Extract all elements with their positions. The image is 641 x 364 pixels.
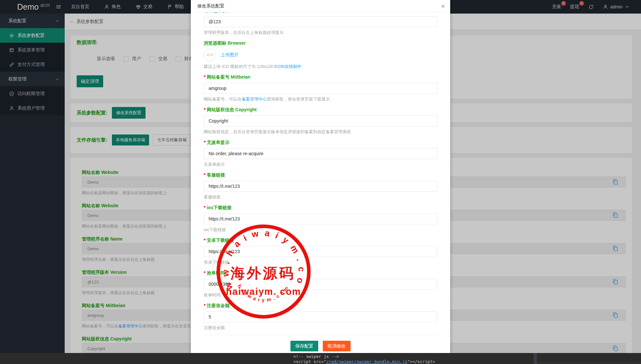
required-asterisk: *	[204, 74, 205, 80]
save-config-button[interactable]: 保存配置	[290, 341, 318, 351]
modal-field-3: *网站版权信息 CopyrightCopyright网站版权信息，在后台登录页面…	[204, 106, 437, 134]
field-label: *网站备案号 Miitbeian	[204, 74, 437, 80]
modal-field-7: *安卓下载链接https://t.me/123安卓下载链接	[204, 237, 437, 265]
devtools-code-text: <script src="	[293, 359, 326, 364]
cancel-edit-button[interactable]: 取消修改	[323, 341, 351, 351]
help-text: 管理程序版本，在后台左上角标题处理显示	[204, 30, 284, 35]
field-label: *客服链接	[204, 172, 437, 178]
field-label-text: 管理程序版本 Version	[204, 12, 248, 13]
dashed-separator	[204, 335, 437, 335]
help-link[interactable]: ICON在线制作	[274, 64, 301, 69]
field-label: *ios下载链接	[204, 204, 437, 211]
field-label-text: 客服链接	[207, 172, 225, 177]
help-text: ios下载链接	[204, 227, 226, 232]
modal-field-1: 浏览器图标 Browser404上传图片建议上传 ICO 图标的尺寸为 128x…	[204, 40, 437, 69]
field-label: *抢单时间	[204, 270, 437, 276]
field-input[interactable]: amgroup	[204, 83, 437, 94]
help-text: 无派单提示	[204, 162, 225, 167]
field-help: 管理程序版本，在后台左上角标题处理显示	[204, 30, 437, 35]
devtools-code-text: "></script>	[407, 359, 435, 364]
required-asterisk: *	[204, 238, 205, 243]
field-label: 浏览器图标 Browser	[204, 40, 437, 46]
modal-field-8: *抢单时间0000-2300抢单时间	[204, 270, 437, 298]
field-label-text: 安卓下载链接	[207, 238, 234, 243]
field-input[interactable]: @123	[204, 16, 437, 27]
devtools-html-source: <!-- swiper js --><script src="/red/swip…	[293, 354, 435, 364]
field-label-text: 抢单时间	[207, 270, 225, 275]
field-label: *安卓下载链接	[204, 237, 437, 243]
modal-body: 管理程序版本 Version@123管理程序版本，在后台左上角标题处理显示浏览器…	[191, 12, 450, 353]
field-help: 客服链接	[204, 194, 437, 200]
field-label-text: ios下载链接	[207, 205, 231, 210]
field-input[interactable]: https://t.me/123	[204, 246, 437, 257]
help-text: 网站备案号，可以在	[204, 97, 242, 102]
modal-header: 修改系统配置 ×	[191, 0, 450, 12]
field-label: 管理程序版本 Version	[204, 12, 437, 14]
modal-field-9: *注册送金额5注册送金额	[204, 302, 437, 330]
field-label: *无派单提示	[204, 139, 437, 145]
field-input[interactable]: No order, please re-acquire	[204, 148, 437, 159]
field-input[interactable]: 5	[204, 311, 437, 322]
help-text: 查询获取，将在登录页面下面显示	[267, 97, 330, 102]
field-label-text: 无派单提示	[207, 140, 229, 145]
modal-title: 修改系统配置	[197, 3, 224, 9]
help-link[interactable]: 备案管理中心	[242, 97, 267, 102]
field-label-text: 网站备案号 Miitbeian	[207, 74, 250, 80]
help-text: 注册送金额	[204, 325, 225, 330]
help-text: 抢单时间	[204, 293, 221, 297]
help-text: 建议上传 ICO 图标的尺寸为 128x128	[204, 64, 274, 69]
required-asterisk: *	[204, 270, 205, 275]
field-input[interactable]: 0000-2300	[204, 279, 437, 290]
modal-field-5: *客服链接https://t.me/123客服链接	[204, 172, 437, 200]
help-text: 安卓下载链接	[204, 260, 229, 265]
browser-icon-uploader: 404上传图片	[204, 49, 437, 61]
devtools-code-line-1: <script src="/red/swiper/swiper-bundle.m…	[293, 359, 435, 364]
required-asterisk: *	[204, 172, 205, 177]
required-asterisk: *	[204, 303, 205, 308]
modal-field-4: *无派单提示No order, please re-acquire无派单提示	[204, 139, 437, 167]
field-label-text: 网站版权信息 Copyright	[207, 107, 256, 112]
field-help: 抢单时间	[204, 292, 437, 298]
modal-field-2: *网站备案号 Miitbeianamgroup网站备案号，可以在备案管理中心查询…	[204, 74, 437, 102]
devtools-src-link[interactable]: /red/swiper/swiper-bundle.min.js	[326, 359, 407, 364]
image-404-placeholder: 404	[204, 49, 216, 61]
devtools-code-line-0: <!-- swiper js -->	[293, 354, 435, 359]
required-asterisk: *	[204, 205, 205, 210]
required-asterisk: *	[204, 140, 205, 145]
field-input[interactable]: https://t.me/123	[204, 181, 437, 192]
devtools-code-text: <!-- swiper js -->	[293, 354, 339, 359]
field-label-text: 注册送金额	[207, 303, 229, 308]
field-help: 注册送金额	[204, 325, 437, 330]
modal-buttons: 保存配置取消修改	[204, 341, 437, 351]
field-help: 网站版权信息，在后台登录页面显示版本信息并链接到备案到信息备案管理系统	[204, 129, 437, 134]
edit-system-config-modal: 修改系统配置 × 管理程序版本 Version@123管理程序版本，在后台左上角…	[191, 0, 450, 353]
required-asterisk: *	[204, 107, 205, 112]
help-text: 客服链接	[204, 195, 221, 199]
modal-field-6: *ios下载链接https://t.me/123ios下载链接	[204, 204, 437, 232]
admin-console-page: Demo@123 后台首页角色交易帮助 充值 0 提现 0 admin 系统配置…	[0, 0, 641, 364]
field-input[interactable]: Copyright	[204, 115, 437, 126]
field-help: ios下载链接	[204, 227, 437, 232]
field-help: 无派单提示	[204, 162, 437, 167]
devtools-divider[interactable]	[534, 353, 537, 364]
close-icon[interactable]: ×	[441, 3, 445, 9]
modal-field-0: 管理程序版本 Version@123管理程序版本，在后台左上角标题处理显示	[204, 12, 437, 35]
upload-image-link[interactable]: 上传图片	[221, 52, 239, 58]
devtools-strip: <!-- swiper js --><script src="/red/swip…	[0, 353, 641, 364]
field-help: 网站备案号，可以在备案管理中心查询获取，将在登录页面下面显示	[204, 96, 437, 102]
field-label: *网站版权信息 Copyright	[204, 106, 437, 113]
field-label-text: 浏览器图标 Browser	[204, 40, 246, 46]
field-help: 建议上传 ICO 图标的尺寸为 128x128 ICON在线制作	[204, 64, 437, 69]
field-label: *注册送金额	[204, 302, 437, 309]
field-help: 安卓下载链接	[204, 260, 437, 265]
field-input[interactable]: https://t.me/123	[204, 213, 437, 224]
devtools-rule-separator	[537, 363, 641, 363]
help-text: 网站版权信息，在后台登录页面显示版本信息并链接到备案到信息备案管理系统	[204, 129, 351, 134]
